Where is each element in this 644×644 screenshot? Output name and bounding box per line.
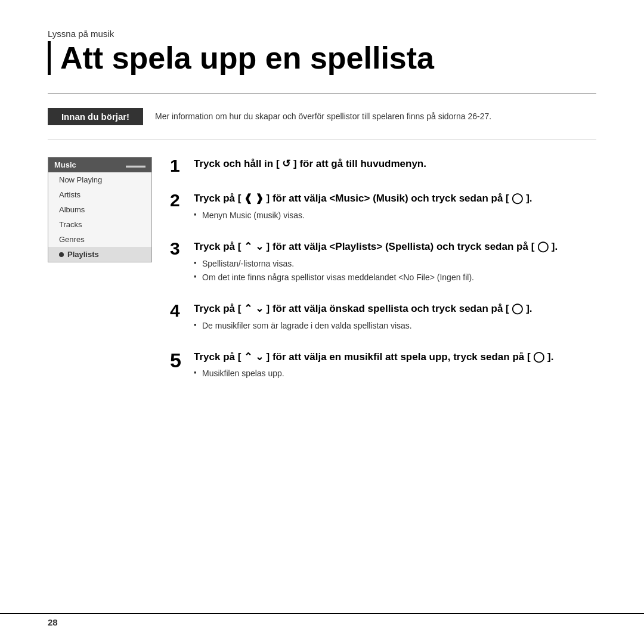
main-content: Music ▬▬▬ Now Playing Artists Albums Tra…	[48, 157, 596, 398]
step-2-bullet-1: Menyn Music (musik) visas.	[194, 209, 596, 222]
key-symbol-2b: ◯	[512, 193, 523, 204]
step-4-bullets: De musikfiler som är lagrade i den valda…	[194, 320, 596, 332]
page-container: Lyssna på musik Att spela upp en spellis…	[0, 0, 644, 644]
section-label: Lyssna på musik	[48, 29, 596, 39]
menu-item-artists[interactable]: Artists	[48, 187, 151, 202]
divider-top	[48, 93, 596, 94]
step-3-content: Tryck på [ ⌃ ⌄ ] för att välja <Playlist…	[194, 240, 596, 285]
step-4-number: 4	[170, 302, 185, 320]
step-4-content: Tryck på [ ⌃ ⌄ ] för att välja önskad sp…	[194, 302, 596, 333]
info-label: Innan du börjar!	[48, 108, 143, 125]
step-4-bullet-1: De musikfiler som är lagrade i den valda…	[194, 320, 596, 332]
bottom-rule	[0, 613, 644, 614]
step-3-bullet-2: Om det inte finns några spellistor visas…	[194, 271, 596, 284]
music-menu: Music ▬▬▬ Now Playing Artists Albums Tra…	[48, 157, 152, 262]
step-1-number: 1	[170, 157, 185, 175]
info-box: Innan du börjar! Mer information om hur …	[48, 108, 596, 125]
step-3: 3 Tryck på [ ⌃ ⌄ ] för att välja <Playli…	[170, 240, 596, 285]
page-number: 28	[48, 617, 58, 627]
step-3-number: 3	[170, 240, 185, 258]
menu-item-playlists[interactable]: Playlists	[48, 247, 151, 262]
step-2: 2 Tryck på [ ❰ ❱ ] för att välja <Music>…	[170, 191, 596, 223]
key-symbol-3a: ⌃ ⌄	[244, 241, 264, 252]
playlists-label: Playlists	[67, 250, 99, 259]
menu-item-tracks[interactable]: Tracks	[48, 217, 151, 232]
menu-item-now-playing[interactable]: Now Playing	[48, 172, 151, 187]
divider-mid	[48, 140, 596, 140]
menu-item-albums[interactable]: Albums	[48, 202, 151, 217]
step-5: 5 Tryck på [ ⌃ ⌄ ] för att välja en musi…	[170, 350, 596, 382]
music-menu-title: Music	[54, 160, 76, 169]
music-menu-header: Music ▬▬▬	[48, 157, 151, 172]
step-2-bullets: Menyn Music (musik) visas.	[194, 209, 596, 222]
info-text: Mer information om hur du skapar och öve…	[155, 108, 491, 123]
key-symbol-2a: ❰ ❱	[244, 193, 264, 204]
step-3-bullet-1: Spellistan/-listorna visas.	[194, 258, 596, 270]
step-5-content: Tryck på [ ⌃ ⌄ ] för att välja en musikf…	[194, 350, 596, 382]
step-1: 1 Tryck och håll in [ ↺ ] för att gå til…	[170, 157, 596, 175]
step-4-title: Tryck på [ ⌃ ⌄ ] för att välja önskad sp…	[194, 302, 596, 316]
step-2-content: Tryck på [ ❰ ❱ ] för att välja <Music> (…	[194, 191, 596, 223]
step-4: 4 Tryck på [ ⌃ ⌄ ] för att välja önskad …	[170, 302, 596, 333]
step-2-title: Tryck på [ ❰ ❱ ] för att välja <Music> (…	[194, 191, 596, 206]
page-title: Att spela upp en spellista	[48, 41, 596, 75]
step-5-title: Tryck på [ ⌃ ⌄ ] för att välja en musikf…	[194, 350, 596, 364]
key-symbol-1: ↺	[282, 158, 290, 169]
music-menu-icon: ▬▬▬	[126, 162, 145, 169]
step-1-title: Tryck och håll in [ ↺ ] för att gå till …	[194, 157, 596, 171]
step-1-content: Tryck och håll in [ ↺ ] för att gå till …	[194, 157, 596, 175]
key-symbol-4b: ◯	[512, 303, 523, 314]
step-5-bullet-1: Musikfilen spelas upp.	[194, 367, 596, 380]
steps-area: 1 Tryck och håll in [ ↺ ] för att gå til…	[170, 157, 596, 398]
key-symbol-3b: ◯	[537, 241, 549, 252]
key-symbol-5a: ⌃ ⌄	[244, 351, 264, 363]
step-5-number: 5	[170, 350, 185, 370]
selected-bullet	[59, 252, 64, 257]
step-2-number: 2	[170, 191, 185, 209]
key-symbol-5b: ◯	[533, 351, 544, 363]
key-symbol-4a: ⌃ ⌄	[244, 303, 264, 314]
step-5-bullets: Musikfilen spelas upp.	[194, 367, 596, 380]
menu-item-genres[interactable]: Genres	[48, 232, 151, 247]
step-3-bullets: Spellistan/-listorna visas. Om det inte …	[194, 258, 596, 284]
step-3-title: Tryck på [ ⌃ ⌄ ] för att välja <Playlist…	[194, 240, 596, 254]
